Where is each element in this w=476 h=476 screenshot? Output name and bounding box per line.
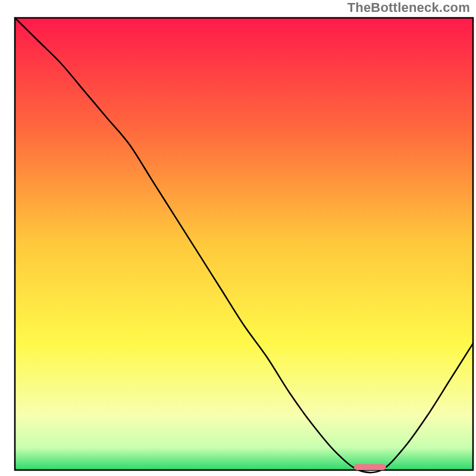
plot-background [15, 18, 473, 470]
marker-segment [354, 464, 386, 470]
chart-canvas: TheBottleneck.com [0, 0, 476, 476]
chart-svg [0, 0, 476, 476]
